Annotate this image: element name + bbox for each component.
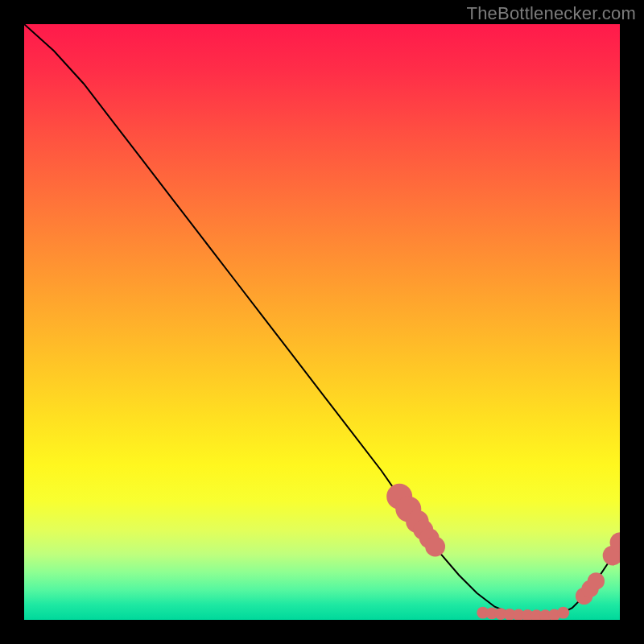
marker-group xyxy=(386,484,620,620)
data-point-marker xyxy=(425,537,445,557)
chart-frame: TheBottlenecker.com xyxy=(0,0,644,644)
data-point-marker xyxy=(588,572,605,589)
bottleneck-curve xyxy=(24,24,620,616)
data-point-marker xyxy=(557,607,569,619)
watermark-text: TheBottlenecker.com xyxy=(467,3,636,24)
plot-area xyxy=(24,24,620,620)
chart-svg xyxy=(24,24,620,620)
